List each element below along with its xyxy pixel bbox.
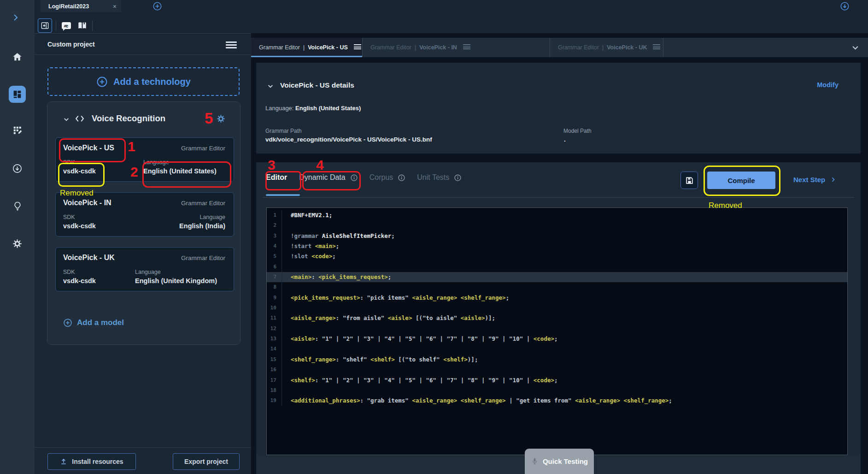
code-line[interactable]: 18 bbox=[267, 385, 847, 396]
code-text bbox=[282, 303, 291, 313]
subtab-unit-tests[interactable]: Unit Tests bbox=[417, 172, 461, 183]
code-token: <additional_phrases> bbox=[291, 397, 360, 404]
code-icon bbox=[75, 115, 84, 123]
code-line[interactable]: 15<shelf_range>: "shelf" <shelf> [("to s… bbox=[267, 355, 847, 365]
model-card[interactable]: VoicePick - USGrammar EditorSDKvsdk-csdk… bbox=[55, 137, 234, 182]
tab-grammar-editor[interactable]: Grammar Editor|VoicePick - UK bbox=[550, 38, 663, 57]
add-technology-label: Add a technology bbox=[113, 77, 191, 87]
code-line[interactable]: 3!grammar AisleShelfItemPicker; bbox=[267, 231, 847, 241]
tab-grammar-editor[interactable]: Grammar Editor|VoicePick - IN bbox=[363, 38, 550, 57]
code-token: <aisle_range> bbox=[575, 397, 620, 404]
grammar-code-editor[interactable]: 1#BNF+EMV2.1;23!grammar AisleShelfItemPi… bbox=[266, 207, 848, 455]
code-text: <shelf>: "1" | "2" | "3" | "4" | "5" | "… bbox=[282, 375, 558, 385]
code-token: )]; bbox=[468, 356, 478, 363]
project-tab[interactable]: LogiRetail2023 × bbox=[41, 0, 121, 12]
home-icon[interactable] bbox=[0, 47, 35, 66]
info-icon[interactable] bbox=[351, 174, 358, 181]
sdk-label: SDK bbox=[63, 159, 96, 166]
tab-menu-icon[interactable] bbox=[354, 44, 361, 51]
add-tab-icon[interactable] bbox=[152, 1, 162, 11]
quick-testing-button[interactable]: Quick Testing bbox=[525, 449, 594, 474]
ideas-icon[interactable] bbox=[0, 197, 35, 215]
code-token: #BNF+EMV2.1; bbox=[291, 212, 332, 219]
close-icon[interactable]: × bbox=[113, 3, 117, 10]
code-token: <main> bbox=[291, 273, 311, 280]
model-language: LanguageEnglish (India) bbox=[143, 214, 225, 230]
gear-icon[interactable] bbox=[217, 114, 225, 123]
install-resources-label: Install resources bbox=[72, 458, 123, 465]
line-number: 15 bbox=[267, 355, 282, 365]
language-value: English (United States) bbox=[143, 167, 225, 175]
code-line[interactable]: 19<additional_phrases>: "grab items" <ai… bbox=[267, 396, 847, 406]
code-line[interactable]: 2 bbox=[267, 220, 847, 231]
download-icon[interactable] bbox=[840, 1, 850, 11]
save-button[interactable] bbox=[680, 172, 698, 189]
code-line[interactable]: 13<aisle>: "1" | "2" | "3" | "4" | "5" |… bbox=[267, 334, 847, 344]
line-number: 14 bbox=[267, 344, 282, 354]
pronunciation-icon[interactable]: æ bbox=[59, 18, 73, 33]
code-line[interactable]: 5!slot <code>; bbox=[267, 251, 847, 261]
tab-model-name: VoicePick - US bbox=[308, 44, 348, 51]
code-token: : "shelf" bbox=[336, 356, 370, 363]
chevron-down-icon[interactable] bbox=[851, 44, 859, 52]
code-token: ; bbox=[669, 397, 672, 404]
expand-rail-icon[interactable] bbox=[12, 14, 19, 21]
model-list: VoicePick - USGrammar EditorSDKvsdk-csdk… bbox=[55, 137, 234, 302]
add-technology-button[interactable]: Add a technology bbox=[47, 67, 240, 96]
line-number: 19 bbox=[267, 396, 282, 406]
code-line[interactable]: 10 bbox=[267, 303, 847, 313]
modify-link[interactable]: Modify bbox=[817, 81, 839, 89]
code-line[interactable]: 14 bbox=[267, 344, 847, 354]
subtab-dynamic-data[interactable]: Dynamic Data bbox=[299, 172, 357, 183]
save-icon bbox=[685, 176, 694, 185]
sdk-label: SDK bbox=[63, 269, 96, 275]
grammar-path-label: Grammar Path bbox=[265, 128, 302, 134]
code-text bbox=[282, 220, 291, 231]
next-step-button[interactable]: Next Step bbox=[793, 176, 836, 184]
code-line[interactable]: 7<main>: <pick_items_request>; bbox=[267, 272, 847, 282]
sdk-value: vsdk-csdk bbox=[63, 277, 96, 284]
info-icon[interactable] bbox=[398, 174, 405, 181]
tab-menu-icon[interactable] bbox=[463, 44, 470, 51]
collapse-group-icon[interactable] bbox=[63, 116, 70, 123]
subtab-editor[interactable]: Editor bbox=[266, 172, 287, 183]
settings-icon[interactable] bbox=[0, 234, 35, 253]
collapse-details-icon[interactable] bbox=[267, 83, 274, 89]
code-token: ; bbox=[506, 294, 510, 301]
docs-icon[interactable] bbox=[75, 18, 89, 33]
code-line[interactable]: 8 bbox=[267, 282, 847, 292]
downloads-icon[interactable] bbox=[0, 159, 35, 178]
code-token: <aisle_range> bbox=[291, 314, 336, 321]
code-line[interactable]: 6 bbox=[267, 262, 847, 272]
install-resources-button[interactable]: Install resources bbox=[47, 453, 136, 470]
code-line[interactable]: 11<aisle_range>: "from aisle" <aisle> [(… bbox=[267, 313, 847, 323]
compile-button[interactable]: Compile bbox=[707, 172, 775, 189]
code-line[interactable]: 16 bbox=[267, 365, 847, 375]
code-line[interactable]: 9<pick_items_request>: "pick items" <ais… bbox=[267, 293, 847, 303]
subtab-corpus[interactable]: Corpus bbox=[369, 172, 405, 183]
code-token: : "1" | "2" | "3" | "4" | "5" | "6" | "7… bbox=[315, 335, 534, 342]
code-line[interactable]: 4!start <main>; bbox=[267, 241, 847, 251]
code-token: ; bbox=[336, 243, 340, 249]
model-card[interactable]: VoicePick - UKGrammar EditorSDKvsdk-csdk… bbox=[55, 247, 234, 291]
export-project-button[interactable]: Export project bbox=[173, 453, 240, 470]
model-language: LanguageEnglish (United Kingdom) bbox=[135, 269, 225, 284]
code-token: ; bbox=[332, 253, 336, 260]
microphone-icon bbox=[531, 457, 539, 465]
code-token: <pick_items_request> bbox=[291, 294, 360, 301]
sidebar-toggle-icon[interactable] bbox=[38, 18, 52, 33]
model-card[interactable]: VoicePick - INGrammar EditorSDKvsdk-csdk… bbox=[55, 192, 234, 237]
info-icon[interactable] bbox=[454, 174, 461, 181]
code-text bbox=[282, 385, 291, 396]
add-model-button[interactable]: Add a model bbox=[63, 318, 124, 327]
code-line[interactable]: 12 bbox=[267, 324, 847, 334]
code-line[interactable]: 1#BNF+EMV2.1; bbox=[267, 210, 847, 220]
line-number: 13 bbox=[267, 334, 282, 344]
tab-separator: | bbox=[415, 44, 416, 51]
projects-icon-active[interactable] bbox=[0, 85, 35, 103]
tab-menu-icon[interactable] bbox=[653, 44, 660, 51]
menu-icon[interactable] bbox=[226, 41, 237, 50]
templates-icon[interactable] bbox=[0, 121, 35, 140]
code-line[interactable]: 17<shelf>: "1" | "2" | "3" | "4" | "5" |… bbox=[267, 375, 847, 385]
tab-grammar-editor[interactable]: Grammar Editor|VoicePick - US bbox=[251, 38, 363, 57]
